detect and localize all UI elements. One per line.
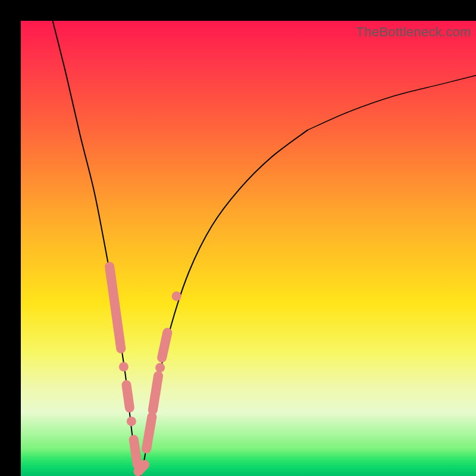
chart-marker-pill bbox=[109, 267, 121, 349]
bottleneck-curve-right bbox=[308, 76, 476, 130]
chart-marker-pill bbox=[134, 440, 137, 465]
chart-marker-dot bbox=[119, 362, 129, 371]
chart-marker-pill bbox=[162, 333, 167, 358]
chart-marker-dot bbox=[172, 292, 181, 301]
chart-marker-dot bbox=[127, 416, 136, 426]
bottleneck-curve-left bbox=[53, 21, 308, 476]
chart-frame: TheBottleneck.com bbox=[0, 0, 476, 476]
chart-marker-dot bbox=[155, 363, 165, 372]
chart-overlay bbox=[21, 21, 476, 476]
chart-markers bbox=[109, 267, 181, 471]
chart-marker-pill bbox=[138, 465, 145, 471]
chart-marker-pill bbox=[146, 417, 152, 449]
chart-marker-pill bbox=[153, 376, 158, 410]
chart-marker-pill bbox=[126, 385, 129, 408]
plot-area: TheBottleneck.com bbox=[21, 21, 476, 476]
